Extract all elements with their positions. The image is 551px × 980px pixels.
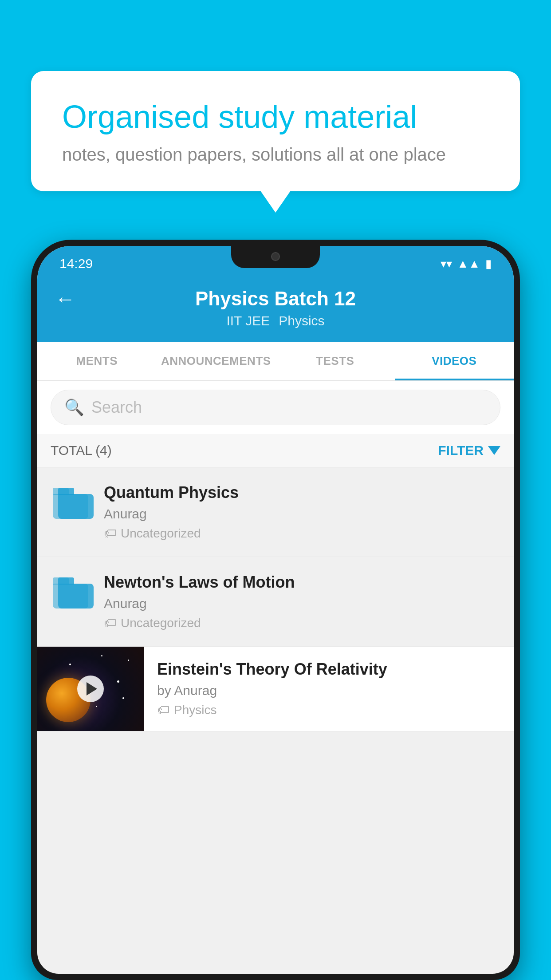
search-container: 🔍 Search — [37, 381, 514, 434]
header-subtitle: IIT JEE Physics — [226, 313, 324, 328]
video-thumbnail-einstein — [37, 647, 144, 731]
tag-icon: 🏷 — [104, 526, 116, 541]
item-tag-quantum: 🏷 Uncategorized — [104, 526, 500, 541]
tag-label: Uncategorized — [121, 616, 201, 630]
battery-icon: ▮ — [485, 257, 492, 271]
tab-announcements[interactable]: ANNOUNCEMENTS — [157, 342, 276, 380]
tag-label: Physics — [174, 703, 216, 717]
tag-icon: 🏷 — [104, 616, 116, 630]
tag-label: Uncategorized — [121, 526, 201, 541]
video-content-einstein: Einstein's Theory Of Relativity by Anura… — [157, 647, 514, 731]
tag-icon: 🏷 — [157, 703, 169, 717]
filter-label: FILTER — [438, 443, 484, 458]
app-header: ← Physics Batch 12 IIT JEE Physics — [37, 277, 514, 342]
item-content-quantum: Quantum Physics Anurag 🏷 Uncategorized — [104, 483, 500, 541]
tab-ments[interactable]: MENTS — [37, 342, 157, 380]
list-item[interactable]: Newton's Laws of Motion Anurag 🏷 Uncateg… — [37, 557, 514, 647]
search-bar[interactable]: 🔍 Search — [51, 390, 500, 425]
speech-bubble-container: Organised study material notes, question… — [31, 71, 520, 191]
phone-notch — [231, 246, 320, 268]
phone-frame: 14:29 ▾▾ ▲▲ ▮ ← Physics Batch 12 IIT JEE… — [31, 240, 520, 980]
filter-icon — [488, 446, 500, 455]
search-placeholder: Search — [91, 398, 142, 417]
wifi-icon: ▾▾ — [441, 257, 452, 271]
video-tag-einstein: 🏷 Physics — [157, 703, 500, 717]
phone-screen: 14:29 ▾▾ ▲▲ ▮ ← Physics Batch 12 IIT JEE… — [37, 246, 514, 974]
header-tag-physics: Physics — [279, 313, 324, 328]
speech-bubble: Organised study material notes, question… — [31, 71, 520, 191]
bubble-subtitle: notes, question papers, solutions all at… — [62, 145, 489, 165]
back-button[interactable]: ← — [55, 287, 75, 311]
item-title-quantum: Quantum Physics — [104, 483, 500, 502]
status-time: 14:29 — [59, 256, 93, 271]
video-item-einstein[interactable]: Einstein's Theory Of Relativity by Anura… — [37, 647, 514, 731]
folder-icon-newton — [51, 573, 91, 613]
filter-button[interactable]: FILTER — [438, 443, 500, 458]
item-title-newton: Newton's Laws of Motion — [104, 573, 500, 592]
total-label: TOTAL (4) — [51, 443, 112, 458]
search-icon: 🔍 — [64, 398, 84, 417]
video-title-einstein: Einstein's Theory Of Relativity — [157, 660, 500, 679]
item-author-newton: Anurag — [104, 596, 500, 611]
filter-row: TOTAL (4) FILTER — [37, 434, 514, 467]
header-tag-iitjee: IIT JEE — [226, 313, 270, 328]
status-icons: ▾▾ ▲▲ ▮ — [441, 257, 492, 271]
bubble-title: Organised study material — [62, 98, 489, 136]
folder-icon-quantum — [51, 483, 91, 523]
signal-icon: ▲▲ — [457, 257, 480, 271]
tab-tests[interactable]: TESTS — [276, 342, 395, 380]
item-author-quantum: Anurag — [104, 506, 500, 522]
header-title: Physics Batch 12 — [195, 288, 356, 310]
play-button[interactable] — [77, 676, 104, 702]
list-item[interactable]: Quantum Physics Anurag 🏷 Uncategorized — [37, 467, 514, 557]
video-author-einstein: by Anurag — [157, 683, 500, 698]
item-tag-newton: 🏷 Uncategorized — [104, 616, 500, 630]
header-row: ← Physics Batch 12 — [55, 288, 496, 310]
item-content-newton: Newton's Laws of Motion Anurag 🏷 Uncateg… — [104, 573, 500, 630]
camera-dot — [271, 252, 280, 261]
tab-bar: MENTS ANNOUNCEMENTS TESTS VIDEOS — [37, 342, 514, 381]
play-icon — [87, 682, 97, 695]
tab-videos[interactable]: VIDEOS — [395, 342, 514, 380]
scrollable-content: 🔍 Search TOTAL (4) FILTER — [37, 381, 514, 974]
